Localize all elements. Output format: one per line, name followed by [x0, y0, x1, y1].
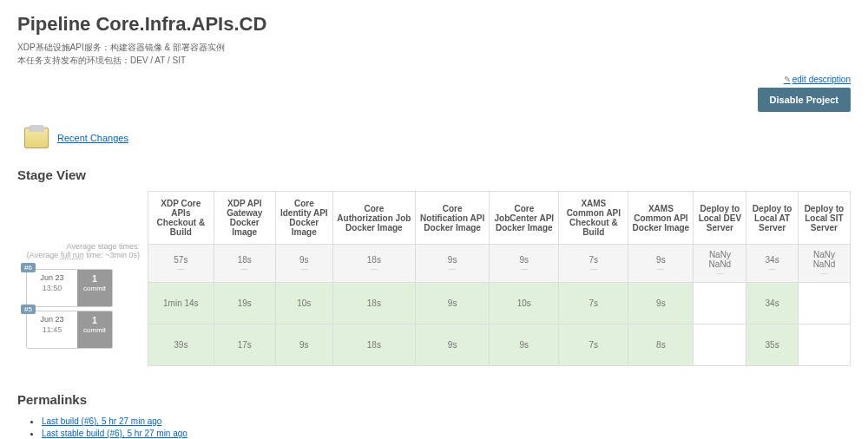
stage-cell[interactable]: 9s [490, 324, 559, 366]
disable-project-button[interactable]: Disable Project [758, 88, 851, 112]
stage-cell[interactable]: 19s [214, 283, 275, 324]
stage-view: Average stage times: (Average full run t… [17, 191, 851, 366]
avg-cell: 9s— [490, 245, 559, 283]
stage-cell[interactable]: 18s [332, 324, 415, 366]
permalink-link[interactable]: Last build (#6), 5 hr 27 min ago [42, 416, 161, 426]
build-box[interactable]: Jun 2311:451commit [26, 311, 113, 349]
stage-header: XDP API Gateway Docker Image [214, 192, 275, 245]
build-date: Jun 2313:50 [27, 270, 77, 306]
stage-header: XDP Core APIs Checkout & Build [148, 192, 214, 245]
permalinks-list: Last build (#6), 5 hr 27 min agoLast sta… [42, 416, 851, 439]
stage-cell[interactable]: 7s [559, 283, 628, 324]
permalink-item: Last build (#6), 5 hr 27 min ago [42, 416, 851, 426]
stage-cell[interactable]: 9s [415, 283, 489, 324]
stage-header: XAMS Common API Checkout & Build [559, 192, 628, 245]
recent-changes-link[interactable]: Recent Changes [57, 133, 128, 143]
avg-cell: 9s— [415, 245, 489, 283]
permalinks-heading: Permalinks [17, 392, 851, 407]
stage-header: Deploy to Local SIT Server [798, 192, 850, 245]
stage-cell[interactable]: 7s [559, 324, 628, 366]
stage-cell[interactable]: 9s [415, 324, 489, 366]
stage-header: Core Authorization Job Docker Image [332, 192, 415, 245]
stage-header: Core Notification API Docker Image [415, 192, 489, 245]
stage-header: Core Identity API Docker Image [275, 192, 332, 245]
stage-cell[interactable] [694, 324, 746, 366]
stage-cell[interactable]: 39s [148, 324, 214, 366]
average-sublabel: (Average full run time: ~3min 0s) [27, 251, 140, 259]
build-box[interactable]: Jun 2313:501commit [26, 269, 113, 307]
avg-cell: 18s— [214, 245, 275, 283]
avg-cell: 18s— [332, 245, 415, 283]
stage-cell[interactable]: 8s [628, 324, 694, 366]
avg-cell: 7s— [559, 245, 628, 283]
avg-cell: 9s— [275, 245, 332, 283]
edit-description-link[interactable]: edit description [784, 75, 851, 84]
stage-cell[interactable]: 18s [332, 283, 415, 324]
stage-cell[interactable]: 35s [746, 324, 798, 366]
stage-table: XDP Core APIs Checkout & BuildXDP API Ga… [148, 191, 851, 366]
avg-cell: 34s— [746, 245, 798, 283]
stage-cell[interactable]: 1min 14s [148, 283, 214, 324]
build-badge[interactable]: #5 [21, 305, 36, 314]
build-commit: 1commit [77, 270, 112, 306]
stage-header: Core JobCenter API Docker Image [490, 192, 559, 245]
build-date: Jun 2311:45 [27, 311, 77, 348]
stage-view-heading: Stage View [17, 167, 851, 182]
avg-cell: 57s— [148, 245, 214, 283]
stage-header: Deploy to Local AT Server [746, 192, 798, 245]
stage-header: XAMS Common API Docker Image [628, 192, 694, 245]
stage-cell[interactable] [798, 283, 850, 324]
stage-cell[interactable] [798, 324, 850, 366]
notepad-icon [24, 128, 49, 148]
desc-line-1: XDP基础设施API服务：构建容器镜像 & 部署容器实例 [17, 43, 225, 52]
permalink-item: Last stable build (#6), 5 hr 27 min ago [42, 428, 851, 438]
stage-cell[interactable]: 10s [275, 283, 332, 324]
page-title: Pipeline Core.Infra.APIs.CD [17, 13, 851, 36]
desc-line-2: 本任务支持发布的环境包括：DEV / AT / SIT [17, 56, 186, 65]
average-label: Average stage times: (Average full run t… [17, 238, 148, 267]
stage-cell[interactable] [694, 283, 746, 324]
avg-cell: NaNy NaNd— [798, 245, 850, 283]
stage-header: Deploy to Local DEV Server [694, 192, 746, 245]
build-commit: 1commit [77, 311, 112, 348]
stage-cell[interactable]: 17s [214, 324, 275, 366]
stage-cell[interactable]: 9s [275, 324, 332, 366]
stage-cell[interactable]: 9s [628, 283, 694, 324]
avg-cell: 9s— [628, 245, 694, 283]
avg-cell: NaNy NaNd— [694, 245, 746, 283]
permalink-link[interactable]: Last stable build (#6), 5 hr 27 min ago [42, 429, 187, 438]
stage-cell[interactable]: 10s [490, 283, 559, 324]
build-badge[interactable]: #6 [21, 263, 36, 272]
stage-cell[interactable]: 34s [746, 283, 798, 324]
